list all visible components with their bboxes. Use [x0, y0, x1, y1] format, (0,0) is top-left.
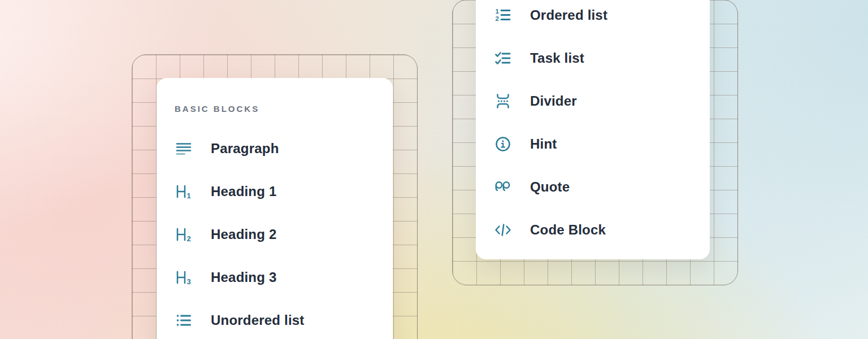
menu-item-quote[interactable]: Quote — [476, 166, 710, 208]
quote-icon — [494, 178, 512, 196]
menu-item-task-list[interactable]: Task list — [476, 37, 710, 80]
menu-item-heading-2[interactable]: 2 Heading 2 — [157, 213, 393, 256]
svg-text:2: 2 — [496, 15, 499, 22]
heading-1-icon: 1 — [175, 182, 193, 201]
paragraph-icon — [175, 140, 193, 158]
menu-item-list: 12 Ordered list Task list Divider Hint Q… — [476, 0, 710, 251]
menu-item-paragraph[interactable]: Paragraph — [157, 127, 393, 170]
svg-text:3: 3 — [187, 277, 191, 286]
svg-text:2: 2 — [187, 234, 191, 243]
unordered-list-icon — [175, 311, 193, 329]
divider-icon — [494, 92, 512, 110]
hint-icon — [494, 135, 512, 153]
menu-item-heading-3[interactable]: 3 Heading 3 — [157, 256, 393, 299]
section-label-basic-blocks: BASIC BLOCKS — [175, 98, 393, 120]
svg-text:1: 1 — [187, 192, 191, 200]
menu-item-unordered-list[interactable]: Unordered list — [157, 299, 393, 339]
heading-2-icon: 2 — [175, 225, 193, 244]
blocks-menu-card-continued: 12 Ordered list Task list Divider Hint Q… — [476, 0, 710, 259]
svg-text:1: 1 — [496, 8, 500, 15]
block-picker-hero: BASIC BLOCKS Paragraph 1 Heading 1 2 Hea… — [0, 0, 868, 339]
menu-item-list: Paragraph 1 Heading 1 2 Heading 2 3 Head… — [157, 127, 393, 339]
code-block-icon — [494, 221, 512, 239]
menu-item-ordered-list[interactable]: 12 Ordered list — [476, 0, 710, 37]
menu-item-heading-1[interactable]: 1 Heading 1 — [157, 170, 393, 213]
menu-item-hint[interactable]: Hint — [476, 123, 710, 166]
basic-blocks-menu-card: BASIC BLOCKS Paragraph 1 Heading 1 2 Hea… — [157, 78, 393, 339]
task-list-icon — [494, 49, 512, 67]
ordered-list-icon: 12 — [494, 6, 512, 24]
heading-3-icon: 3 — [175, 268, 193, 286]
menu-item-divider[interactable]: Divider — [476, 80, 710, 123]
menu-item-code-block[interactable]: Code Block — [476, 208, 710, 251]
